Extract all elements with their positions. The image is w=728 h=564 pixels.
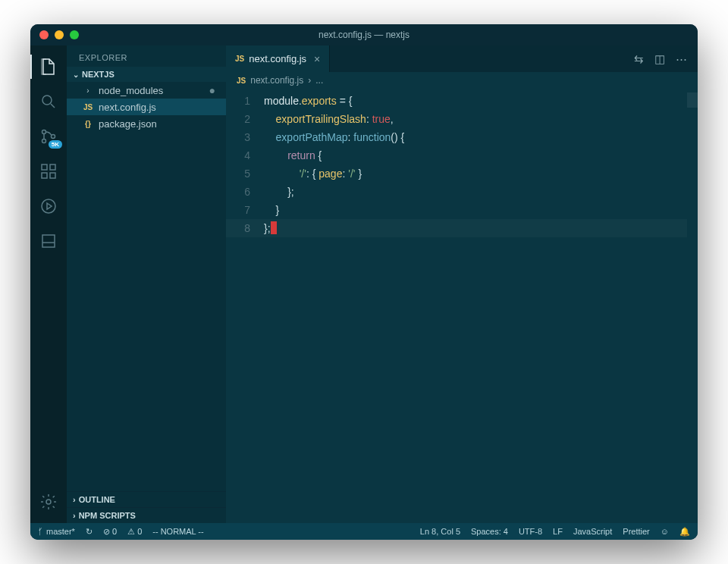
cursor-position-status[interactable]: Ln 8, Col 5 — [420, 527, 460, 536]
explorer-icon[interactable] — [30, 52, 67, 82]
svg-point-1 — [42, 130, 46, 134]
workbench: 5K EXPLORER ⌄NEXTJS ›node_modules● JSnex… — [30, 45, 698, 523]
notifications-bell-icon[interactable]: 🔔 — [679, 527, 690, 537]
npm-scripts-section[interactable]: ›NPM SCRIPTS — [67, 507, 226, 523]
editor-group: JSnext.config.js× ⇆ ◫ ⋯ JS next.config.j… — [226, 45, 698, 523]
status-bar: ᚶ master* ↻ ⊘ 0 ⚠ 0 -- NORMAL -- Ln 8, C… — [30, 523, 698, 540]
code-content[interactable]: module.exports = { exportTrailingSlash: … — [264, 89, 698, 523]
svg-rect-4 — [42, 164, 47, 170]
sync-status[interactable]: ↻ — [86, 527, 93, 537]
breadcrumb[interactable]: JS next.config.js › ... — [226, 72, 698, 89]
scm-badge: 5K — [49, 140, 62, 149]
svg-rect-7 — [50, 164, 55, 170]
indentation-status[interactable]: Spaces: 4 — [471, 527, 508, 536]
window-title: next.config.js — nextjs — [30, 30, 698, 40]
panel-icon[interactable] — [30, 226, 67, 256]
chevron-right-icon: › — [82, 86, 94, 95]
svg-point-3 — [52, 135, 55, 139]
tree-item-package-json[interactable]: {}package.json — [67, 115, 226, 132]
js-file-icon: JS — [237, 77, 246, 85]
sidebar: EXPLORER ⌄NEXTJS ›node_modules● JSnext.c… — [67, 45, 226, 523]
close-tab-icon[interactable]: × — [314, 53, 320, 65]
debug-icon[interactable] — [30, 191, 67, 221]
svg-point-8 — [42, 199, 55, 213]
minimize-window-button[interactable] — [55, 30, 64, 39]
close-window-button[interactable] — [39, 30, 49, 39]
more-actions-icon[interactable]: ⋯ — [676, 52, 687, 66]
svg-point-2 — [42, 139, 46, 143]
sidebar-title: EXPLORER — [67, 45, 226, 67]
file-tree: ›node_modules● JSnext.config.js {}packag… — [67, 82, 226, 491]
cursor — [271, 221, 277, 234]
split-editor-icon[interactable]: ◫ — [654, 52, 665, 66]
minimap[interactable] — [687, 89, 698, 523]
svg-rect-9 — [42, 235, 55, 247]
tab-next-config[interactable]: JSnext.config.js× — [226, 45, 330, 72]
project-header[interactable]: ⌄NEXTJS — [67, 67, 226, 82]
eol-status[interactable]: LF — [553, 527, 563, 536]
tab-bar: JSnext.config.js× ⇆ ◫ ⋯ — [226, 45, 698, 72]
activity-bar: 5K — [30, 45, 67, 523]
json-file-icon: {} — [82, 120, 94, 128]
feedback-icon[interactable]: ☺ — [661, 527, 669, 536]
extensions-icon[interactable] — [30, 156, 67, 186]
code-editor[interactable]: 12345678 module.exports = { exportTraili… — [226, 89, 698, 523]
modified-dot-icon: ● — [209, 84, 220, 96]
svg-rect-6 — [50, 173, 55, 178]
search-icon[interactable] — [30, 86, 67, 117]
settings-gear-icon[interactable] — [30, 487, 67, 517]
window-controls — [30, 30, 79, 39]
formatter-status[interactable]: Prettier — [623, 527, 649, 536]
tree-item-next-config[interactable]: JSnext.config.js — [67, 99, 226, 115]
encoding-status[interactable]: UTF-8 — [519, 527, 542, 536]
vim-mode-status: -- NORMAL -- — [152, 527, 203, 536]
warnings-status[interactable]: ⚠ 0 — [127, 527, 142, 537]
minimap-slider[interactable] — [687, 92, 698, 108]
vscode-window: next.config.js — nextjs 5K EXPLORER ⌄NEX… — [30, 24, 698, 540]
titlebar: next.config.js — nextjs — [30, 24, 698, 45]
git-branch-status[interactable]: ᚶ master* — [38, 527, 75, 536]
chevron-down-icon: ⌄ — [73, 70, 79, 79]
tab-actions: ⇆ ◫ ⋯ — [634, 45, 698, 72]
maximize-window-button[interactable] — [70, 30, 79, 39]
language-status[interactable]: JavaScript — [573, 527, 612, 536]
compare-changes-icon[interactable]: ⇆ — [634, 52, 644, 66]
js-file-icon: JS — [235, 55, 244, 63]
svg-rect-5 — [42, 173, 47, 178]
svg-point-10 — [46, 500, 51, 504]
outline-section[interactable]: ›OUTLINE — [67, 491, 226, 507]
line-numbers: 12345678 — [226, 89, 264, 523]
svg-point-0 — [42, 96, 52, 105]
tree-item-node-modules[interactable]: ›node_modules● — [67, 82, 226, 99]
js-file-icon: JS — [82, 103, 94, 111]
chevron-right-icon: › — [73, 511, 76, 520]
source-control-icon[interactable]: 5K — [30, 121, 67, 152]
chevron-right-icon: › — [73, 495, 76, 504]
errors-status[interactable]: ⊘ 0 — [103, 527, 117, 537]
